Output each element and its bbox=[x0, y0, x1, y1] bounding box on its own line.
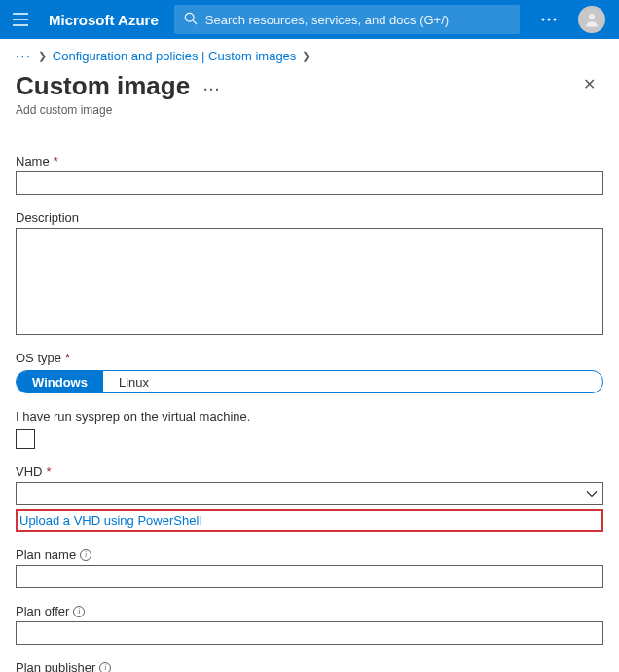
page-more-icon[interactable]: ··· bbox=[203, 82, 221, 97]
required-mark: * bbox=[65, 351, 70, 365]
page-subtitle: Add custom image bbox=[16, 103, 575, 117]
svg-point-0 bbox=[185, 13, 194, 21]
plan-name-input[interactable] bbox=[16, 565, 603, 588]
search-icon bbox=[184, 12, 198, 28]
description-label: Description bbox=[16, 210, 603, 225]
os-linux-button[interactable]: Linux bbox=[103, 371, 164, 392]
name-label-text: Name bbox=[16, 154, 50, 168]
close-icon[interactable]: ✕ bbox=[575, 71, 603, 98]
chevron-right-icon: ❯ bbox=[302, 50, 310, 62]
vhd-label-text: VHD bbox=[16, 465, 42, 479]
os-windows-button[interactable]: Windows bbox=[17, 371, 103, 392]
menu-icon[interactable] bbox=[0, 0, 41, 39]
account-avatar[interactable] bbox=[572, 0, 611, 39]
page-title: Custom image bbox=[16, 71, 190, 101]
form: Name * Description OS type * Windows Lin… bbox=[0, 117, 619, 672]
info-icon[interactable]: i bbox=[73, 606, 85, 617]
os-type-toggle: Windows Linux bbox=[16, 370, 603, 393]
breadcrumb-overflow[interactable]: ··· bbox=[16, 49, 32, 63]
plan-publisher-label-text: Plan publisher bbox=[16, 660, 95, 672]
vhd-select[interactable] bbox=[16, 482, 603, 505]
plan-name-label: Plan name i bbox=[16, 547, 603, 562]
brand[interactable]: Microsoft Azure bbox=[45, 12, 170, 28]
chevron-right-icon: ❯ bbox=[38, 50, 47, 62]
breadcrumb: ··· ❯ Configuration and policies | Custo… bbox=[0, 39, 619, 69]
description-input[interactable] bbox=[16, 228, 603, 335]
breadcrumb-link[interactable]: Configuration and policies | Custom imag… bbox=[53, 49, 297, 63]
topbar: Microsoft Azure bbox=[0, 0, 619, 39]
plan-publisher-label: Plan publisher i bbox=[16, 660, 603, 672]
svg-point-3 bbox=[554, 19, 557, 21]
plan-offer-label-text: Plan offer bbox=[16, 604, 69, 618]
plan-name-label-text: Plan name bbox=[16, 547, 76, 562]
required-mark: * bbox=[54, 154, 58, 168]
svg-point-2 bbox=[548, 19, 551, 21]
sysprep-label: I have run sysprep on the virtual machin… bbox=[16, 409, 603, 424]
avatar-icon bbox=[578, 6, 605, 33]
upload-vhd-link[interactable]: Upload a VHD using PowerShell bbox=[16, 509, 603, 532]
info-icon[interactable]: i bbox=[99, 662, 111, 673]
os-type-label-text: OS type bbox=[16, 351, 61, 365]
search-box[interactable] bbox=[174, 5, 520, 34]
svg-point-4 bbox=[589, 14, 595, 19]
more-icon[interactable] bbox=[529, 0, 568, 39]
info-icon[interactable]: i bbox=[80, 549, 91, 561]
required-mark: * bbox=[46, 465, 51, 479]
page-header: Custom image ··· Add custom image ✕ bbox=[0, 69, 619, 117]
vhd-label: VHD * bbox=[16, 465, 603, 479]
search-input[interactable] bbox=[205, 13, 510, 27]
plan-offer-label: Plan offer i bbox=[16, 604, 603, 618]
description-label-text: Description bbox=[16, 210, 79, 225]
os-type-label: OS type * bbox=[16, 351, 603, 365]
plan-offer-input[interactable] bbox=[16, 621, 603, 645]
name-input[interactable] bbox=[16, 171, 603, 195]
sysprep-checkbox[interactable] bbox=[16, 429, 35, 449]
name-label: Name * bbox=[16, 154, 603, 168]
svg-point-1 bbox=[542, 19, 545, 21]
